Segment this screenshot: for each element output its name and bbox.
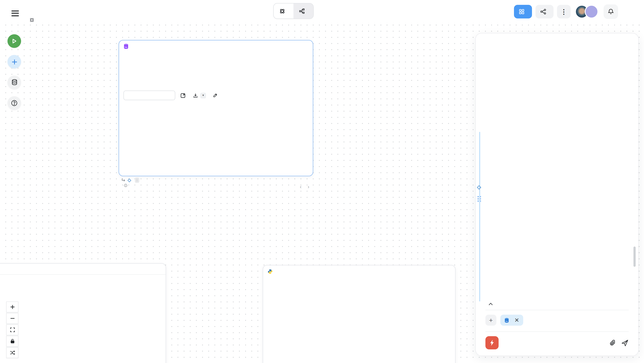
pin-icon[interactable]: [477, 185, 482, 190]
ai-chat-panel: + SQL ✕: [475, 33, 639, 356]
bell-icon: [608, 8, 614, 15]
remove-context-icon[interactable]: ✕: [514, 317, 519, 323]
help-icon: [11, 100, 18, 106]
database-icon: [11, 79, 17, 86]
model-selector[interactable]: [486, 303, 493, 305]
add-context-button[interactable]: +: [486, 315, 496, 326]
help-button[interactable]: [8, 96, 21, 110]
download-icon: [193, 93, 198, 98]
info-icon: [124, 184, 128, 187]
drag-handle-icon[interactable]: [478, 196, 481, 202]
plotly-toolbar: [6, 301, 18, 358]
export-options-chevron[interactable]: ▾: [200, 93, 206, 98]
app-root: SQL ▾ ‹: [0, 0, 644, 363]
smartbook-icon: [280, 8, 285, 14]
ask-question-input[interactable]: [504, 339, 604, 347]
context-chip-cleaned-data[interactable]: SQL ✕: [500, 315, 523, 326]
collaborator-avatars: [575, 5, 598, 19]
scatter-plot[interactable]: [0, 321, 166, 363]
chat-transcript[interactable]: [486, 36, 623, 299]
panel-scrollbar[interactable]: [634, 246, 636, 267]
shuffle-button[interactable]: [6, 347, 18, 358]
share-icon: [540, 9, 546, 15]
play-icon: [12, 38, 17, 44]
sql-node-icon: SQL: [124, 44, 129, 49]
more-menu-button[interactable]: ⋮: [557, 5, 571, 19]
export-button[interactable]: ▾: [193, 93, 206, 98]
sql-chip-icon: SQL: [504, 317, 509, 323]
menu-icon[interactable]: [12, 11, 19, 18]
send-icon[interactable]: [621, 339, 628, 346]
publish-grid-icon: [519, 9, 524, 15]
fabi-logo: [486, 336, 498, 349]
fullscreen-button[interactable]: [6, 324, 18, 335]
tab-smartbook[interactable]: [274, 4, 294, 19]
node-platform-performance[interactable]: [263, 265, 456, 363]
divider: [0, 274, 166, 275]
zoom-out-button[interactable]: [6, 313, 18, 324]
expand-table-button[interactable]: [180, 93, 186, 98]
lock-button[interactable]: [6, 336, 18, 347]
attachment-icon[interactable]: [609, 339, 616, 346]
chevron-up-icon: [488, 303, 493, 305]
dataframe-diamond-icon: [128, 178, 131, 182]
node-cleaned-data[interactable]: SQL ▾ ‹: [118, 40, 313, 176]
data-sources-button[interactable]: [8, 76, 21, 89]
expand-icon: [180, 93, 186, 98]
next-page-button[interactable]: ›: [308, 184, 309, 189]
python-code-editor[interactable]: [263, 277, 455, 363]
avatar-initial[interactable]: [585, 5, 598, 19]
notifications-button[interactable]: [604, 5, 618, 19]
python-icon: [268, 269, 273, 274]
svg-text:SQL: SQL: [506, 320, 508, 322]
panel-resize-indicator[interactable]: [479, 132, 480, 301]
prev-page-button[interactable]: ‹: [300, 184, 301, 189]
tab-workflow[interactable]: [294, 4, 313, 19]
node-campaign-roi[interactable]: [0, 263, 166, 363]
table-search-input[interactable]: [124, 91, 175, 100]
format-icon: [213, 93, 218, 98]
return-arrow-icon: [121, 178, 126, 182]
workflow-icon: [299, 8, 305, 14]
smartbook-icon: [30, 18, 34, 23]
chip-more-button[interactable]: ⋮: [135, 178, 139, 183]
publish-button[interactable]: [514, 5, 532, 19]
svg-text:SQL: SQL: [124, 46, 128, 48]
share-button[interactable]: [536, 5, 554, 19]
view-toggle: [273, 3, 314, 19]
add-node-button[interactable]: [8, 55, 21, 69]
plus-icon: [11, 59, 17, 65]
breadcrumb: [30, 18, 41, 23]
run-workflow-button[interactable]: [8, 34, 21, 48]
record-count: [124, 184, 128, 189]
format-button[interactable]: [213, 93, 219, 98]
zoom-in-button[interactable]: [6, 301, 18, 312]
output-dataframe-chip[interactable]: ⋮: [121, 178, 139, 183]
lightning-icon: [489, 339, 495, 346]
